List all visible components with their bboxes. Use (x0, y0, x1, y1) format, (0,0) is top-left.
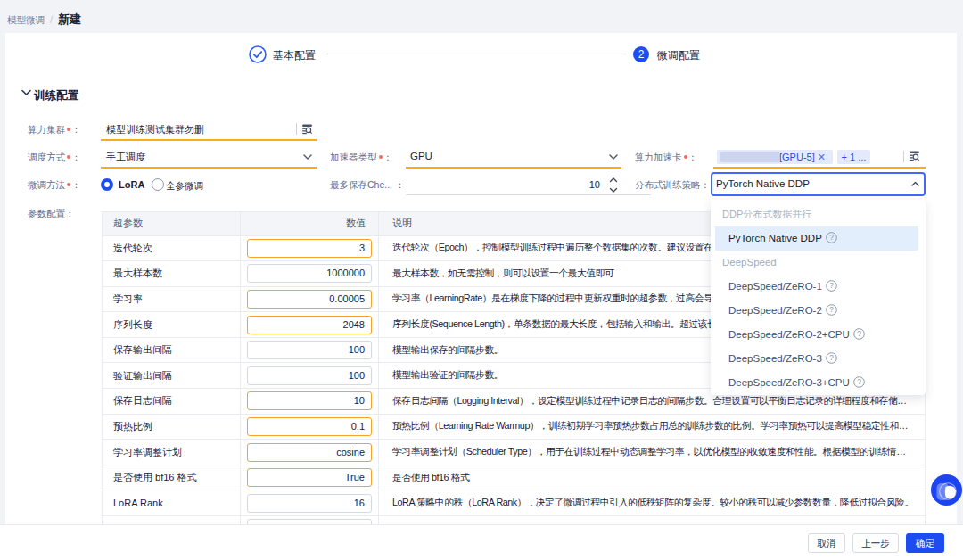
svg-text:?: ? (829, 233, 834, 242)
svg-text:?: ? (857, 377, 861, 386)
svg-text:?: ? (829, 281, 834, 290)
svg-text:?: ? (829, 305, 834, 314)
svg-text:?: ? (829, 353, 834, 362)
svg-text:?: ? (857, 329, 861, 338)
